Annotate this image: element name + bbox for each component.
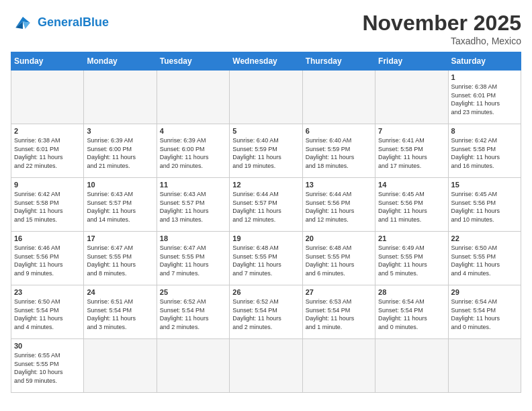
calendar-cell: 19Sunrise: 6:48 AM Sunset: 5:55 PM Dayli…	[230, 232, 302, 285]
calendar-cell	[375, 71, 448, 124]
calendar-cell: 25Sunrise: 6:52 AM Sunset: 5:54 PM Dayli…	[157, 285, 229, 339]
cell-content: Sunrise: 6:43 AM Sunset: 5:57 PM Dayligh…	[160, 190, 226, 224]
calendar-week-row: 9Sunrise: 6:42 AM Sunset: 5:58 PM Daylig…	[11, 178, 521, 232]
calendar-cell	[84, 339, 157, 393]
cell-content: Sunrise: 6:45 AM Sunset: 5:56 PM Dayligh…	[451, 190, 518, 224]
day-number: 10	[87, 181, 153, 189]
cell-content: Sunrise: 6:41 AM Sunset: 5:58 PM Dayligh…	[378, 136, 445, 170]
calendar-cell: 12Sunrise: 6:44 AM Sunset: 5:57 PM Dayli…	[230, 178, 302, 232]
calendar-cell	[230, 71, 302, 124]
day-number: 26	[232, 288, 299, 296]
day-number: 16	[14, 234, 81, 242]
title-block: November 2025 Taxadho, Mexico	[362, 11, 521, 46]
header-saturday: Saturday	[448, 52, 521, 71]
calendar-cell: 21Sunrise: 6:49 AM Sunset: 5:55 PM Dayli…	[375, 232, 448, 285]
cell-content: Sunrise: 6:47 AM Sunset: 5:55 PM Dayligh…	[87, 244, 153, 277]
day-number: 1	[451, 73, 518, 81]
calendar-cell: 14Sunrise: 6:45 AM Sunset: 5:56 PM Dayli…	[375, 178, 448, 232]
logo-icon	[11, 11, 35, 35]
day-number: 3	[87, 127, 153, 135]
header-friday: Friday	[375, 52, 448, 71]
calendar-cell: 20Sunrise: 6:48 AM Sunset: 5:55 PM Dayli…	[302, 232, 375, 285]
calendar-cell: 7Sunrise: 6:41 AM Sunset: 5:58 PM Daylig…	[375, 124, 448, 178]
cell-content: Sunrise: 6:47 AM Sunset: 5:55 PM Dayligh…	[160, 244, 226, 277]
logo: GeneralBlue	[11, 11, 109, 35]
cell-content: Sunrise: 6:40 AM Sunset: 5:59 PM Dayligh…	[232, 136, 299, 170]
calendar-week-row: 1Sunrise: 6:38 AM Sunset: 6:01 PM Daylig…	[11, 71, 521, 124]
cell-content: Sunrise: 6:55 AM Sunset: 5:55 PM Dayligh…	[14, 351, 81, 385]
calendar-cell	[84, 71, 157, 124]
calendar-cell: 9Sunrise: 6:42 AM Sunset: 5:58 PM Daylig…	[11, 178, 84, 232]
location: Taxadho, Mexico	[362, 36, 521, 46]
day-number: 11	[160, 181, 226, 189]
calendar-week-row: 23Sunrise: 6:50 AM Sunset: 5:54 PM Dayli…	[11, 285, 521, 339]
calendar-cell: 5Sunrise: 6:40 AM Sunset: 5:59 PM Daylig…	[230, 124, 302, 178]
day-number: 21	[378, 234, 445, 242]
cell-content: Sunrise: 6:52 AM Sunset: 5:54 PM Dayligh…	[232, 298, 299, 331]
cell-content: Sunrise: 6:52 AM Sunset: 5:54 PM Dayligh…	[160, 298, 226, 331]
calendar-cell: 11Sunrise: 6:43 AM Sunset: 5:57 PM Dayli…	[157, 178, 229, 232]
calendar-header-row: SundayMondayTuesdayWednesdayThursdayFrid…	[11, 52, 521, 71]
cell-content: Sunrise: 6:54 AM Sunset: 5:54 PM Dayligh…	[451, 298, 518, 331]
header-monday: Monday	[84, 52, 157, 71]
calendar-cell: 8Sunrise: 6:42 AM Sunset: 5:58 PM Daylig…	[448, 124, 521, 178]
day-number: 18	[160, 234, 226, 242]
cell-content: Sunrise: 6:49 AM Sunset: 5:55 PM Dayligh…	[378, 244, 445, 277]
day-number: 5	[232, 127, 299, 135]
day-number: 2	[14, 127, 81, 135]
calendar-week-row: 2Sunrise: 6:38 AM Sunset: 6:01 PM Daylig…	[11, 124, 521, 178]
day-number: 4	[160, 127, 226, 135]
cell-content: Sunrise: 6:38 AM Sunset: 6:01 PM Dayligh…	[14, 136, 81, 170]
cell-content: Sunrise: 6:39 AM Sunset: 6:00 PM Dayligh…	[160, 136, 226, 170]
cell-content: Sunrise: 6:43 AM Sunset: 5:57 PM Dayligh…	[87, 190, 153, 224]
day-number: 9	[14, 181, 81, 189]
day-number: 24	[87, 288, 153, 296]
calendar-week-row: 30Sunrise: 6:55 AM Sunset: 5:55 PM Dayli…	[11, 339, 521, 393]
page-header: GeneralBlue November 2025 Taxadho, Mexic…	[11, 11, 521, 46]
calendar-cell: 1Sunrise: 6:38 AM Sunset: 6:01 PM Daylig…	[448, 71, 521, 124]
logo-text: GeneralBlue	[38, 16, 109, 30]
calendar-cell	[157, 339, 229, 393]
cell-content: Sunrise: 6:50 AM Sunset: 5:54 PM Dayligh…	[14, 298, 81, 331]
svg-marker-1	[23, 21, 30, 29]
day-number: 30	[14, 342, 81, 350]
calendar-table: SundayMondayTuesdayWednesdayThursdayFrid…	[11, 52, 521, 393]
calendar-week-row: 16Sunrise: 6:46 AM Sunset: 5:56 PM Dayli…	[11, 232, 521, 285]
day-number: 23	[14, 288, 81, 296]
calendar-cell: 10Sunrise: 6:43 AM Sunset: 5:57 PM Dayli…	[84, 178, 157, 232]
calendar-cell: 27Sunrise: 6:53 AM Sunset: 5:54 PM Dayli…	[302, 285, 375, 339]
cell-content: Sunrise: 6:42 AM Sunset: 5:58 PM Dayligh…	[14, 190, 81, 224]
calendar-cell: 15Sunrise: 6:45 AM Sunset: 5:56 PM Dayli…	[448, 178, 521, 232]
day-number: 7	[378, 127, 445, 135]
calendar-cell: 3Sunrise: 6:39 AM Sunset: 6:00 PM Daylig…	[84, 124, 157, 178]
cell-content: Sunrise: 6:54 AM Sunset: 5:54 PM Dayligh…	[378, 298, 445, 331]
cell-content: Sunrise: 6:53 AM Sunset: 5:54 PM Dayligh…	[306, 298, 372, 331]
day-number: 8	[451, 127, 518, 135]
calendar-cell: 30Sunrise: 6:55 AM Sunset: 5:55 PM Dayli…	[11, 339, 84, 393]
calendar-cell	[375, 339, 448, 393]
calendar-cell	[11, 71, 84, 124]
day-number: 14	[378, 181, 445, 189]
cell-content: Sunrise: 6:45 AM Sunset: 5:56 PM Dayligh…	[378, 190, 445, 224]
calendar-cell: 2Sunrise: 6:38 AM Sunset: 6:01 PM Daylig…	[11, 124, 84, 178]
cell-content: Sunrise: 6:51 AM Sunset: 5:54 PM Dayligh…	[87, 298, 153, 331]
header-tuesday: Tuesday	[157, 52, 229, 71]
day-number: 22	[451, 234, 518, 242]
calendar-cell	[302, 339, 375, 393]
header-sunday: Sunday	[11, 52, 84, 71]
calendar-cell: 16Sunrise: 6:46 AM Sunset: 5:56 PM Dayli…	[11, 232, 84, 285]
calendar-cell	[448, 339, 521, 393]
calendar-cell: 23Sunrise: 6:50 AM Sunset: 5:54 PM Dayli…	[11, 285, 84, 339]
header-wednesday: Wednesday	[230, 52, 302, 71]
month-title: November 2025	[362, 11, 521, 36]
header-thursday: Thursday	[302, 52, 375, 71]
calendar-cell: 28Sunrise: 6:54 AM Sunset: 5:54 PM Dayli…	[375, 285, 448, 339]
day-number: 27	[306, 288, 372, 296]
day-number: 13	[306, 181, 372, 189]
day-number: 28	[378, 288, 445, 296]
day-number: 19	[232, 234, 299, 242]
day-number: 17	[87, 234, 153, 242]
calendar-cell: 24Sunrise: 6:51 AM Sunset: 5:54 PM Dayli…	[84, 285, 157, 339]
calendar-cell: 13Sunrise: 6:44 AM Sunset: 5:56 PM Dayli…	[302, 178, 375, 232]
cell-content: Sunrise: 6:50 AM Sunset: 5:55 PM Dayligh…	[451, 244, 518, 277]
